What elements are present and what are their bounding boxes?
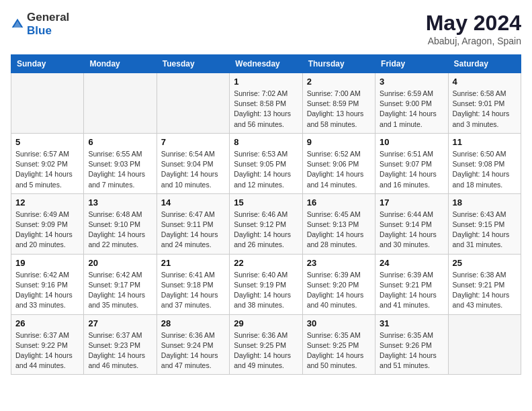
weekday-header: Sunday — [11, 55, 84, 73]
day-info: Sunrise: 6:55 AMSunset: 9:03 PMDaylight:… — [88, 149, 152, 190]
day-number: 6 — [88, 137, 152, 147]
calendar-table: SundayMondayTuesdayWednesdayThursdayFrid… — [11, 54, 521, 375]
day-number: 19 — [15, 258, 79, 268]
day-info: Sunrise: 6:48 AMSunset: 9:10 PMDaylight:… — [88, 210, 152, 250]
day-info: Sunrise: 6:54 AMSunset: 9:04 PMDaylight:… — [161, 149, 225, 190]
day-number: 17 — [380, 197, 443, 208]
calendar-cell: 20Sunrise: 6:42 AMSunset: 9:17 PMDayligh… — [84, 254, 157, 314]
calendar-cell: 7Sunrise: 6:54 AMSunset: 9:04 PMDaylight… — [157, 133, 229, 193]
logo-icon — [11, 17, 24, 31]
day-number: 28 — [161, 318, 225, 328]
day-info: Sunrise: 6:36 AMSunset: 9:24 PMDaylight:… — [161, 330, 225, 371]
day-info: Sunrise: 6:52 AMSunset: 9:06 PMDaylight:… — [307, 149, 371, 190]
calendar-cell — [157, 73, 229, 134]
day-info: Sunrise: 6:47 AMSunset: 9:11 PMDaylight:… — [161, 210, 225, 250]
day-number: 5 — [15, 137, 79, 147]
day-info: Sunrise: 6:43 AMSunset: 9:15 PMDaylight:… — [453, 210, 517, 250]
day-number: 4 — [453, 77, 517, 87]
day-info: Sunrise: 6:42 AMSunset: 9:16 PMDaylight:… — [15, 270, 79, 311]
week-row: 26Sunrise: 6:37 AMSunset: 9:22 PMDayligh… — [11, 314, 521, 375]
calendar-cell: 12Sunrise: 6:49 AMSunset: 9:09 PMDayligh… — [11, 193, 84, 254]
calendar-cell: 8Sunrise: 6:53 AMSunset: 9:05 PMDaylight… — [230, 133, 302, 193]
weekday-header-row: SundayMondayTuesdayWednesdayThursdayFrid… — [11, 55, 521, 73]
day-number: 20 — [88, 258, 152, 268]
calendar-cell: 26Sunrise: 6:37 AMSunset: 9:22 PMDayligh… — [11, 314, 84, 375]
day-number: 18 — [453, 197, 517, 208]
logo-general: General — [27, 11, 69, 24]
day-info: Sunrise: 6:42 AMSunset: 9:17 PMDaylight:… — [88, 270, 152, 311]
day-info: Sunrise: 6:59 AMSunset: 9:00 PMDaylight:… — [380, 89, 443, 130]
calendar-cell: 24Sunrise: 6:39 AMSunset: 9:21 PMDayligh… — [375, 254, 448, 314]
day-info: Sunrise: 6:39 AMSunset: 9:20 PMDaylight:… — [307, 270, 371, 311]
calendar-cell: 25Sunrise: 6:38 AMSunset: 9:21 PMDayligh… — [448, 254, 521, 314]
day-info: Sunrise: 6:44 AMSunset: 9:14 PMDaylight:… — [380, 210, 443, 250]
calendar-cell — [448, 314, 521, 375]
calendar-cell: 9Sunrise: 6:52 AMSunset: 9:06 PMDaylight… — [302, 133, 375, 193]
day-number: 7 — [161, 137, 225, 147]
day-info: Sunrise: 6:36 AMSunset: 9:25 PMDaylight:… — [234, 330, 298, 371]
calendar-cell: 31Sunrise: 6:35 AMSunset: 9:26 PMDayligh… — [375, 314, 448, 375]
week-row: 5Sunrise: 6:57 AMSunset: 9:02 PMDaylight… — [11, 133, 521, 193]
day-info: Sunrise: 6:57 AMSunset: 9:02 PMDaylight:… — [15, 149, 79, 190]
calendar-cell: 6Sunrise: 6:55 AMSunset: 9:03 PMDaylight… — [84, 133, 157, 193]
weekday-header: Wednesday — [230, 55, 302, 73]
calendar-cell: 22Sunrise: 6:40 AMSunset: 9:19 PMDayligh… — [230, 254, 302, 314]
day-number: 12 — [15, 197, 79, 208]
calendar-cell: 27Sunrise: 6:37 AMSunset: 9:23 PMDayligh… — [84, 314, 157, 375]
calendar-cell: 23Sunrise: 6:39 AMSunset: 9:20 PMDayligh… — [302, 254, 375, 314]
day-number: 26 — [15, 318, 79, 328]
location-subtitle: Ababuj, Aragon, Spain — [426, 36, 521, 46]
calendar-cell: 15Sunrise: 6:46 AMSunset: 9:12 PMDayligh… — [230, 193, 302, 254]
day-number: 23 — [307, 258, 371, 268]
calendar-cell: 16Sunrise: 6:45 AMSunset: 9:13 PMDayligh… — [302, 193, 375, 254]
day-number: 27 — [88, 318, 152, 328]
day-info: Sunrise: 6:46 AMSunset: 9:12 PMDaylight:… — [234, 210, 298, 250]
day-info: Sunrise: 6:50 AMSunset: 9:08 PMDaylight:… — [453, 149, 517, 190]
day-number: 9 — [307, 137, 371, 147]
title-section: May 2024 Ababuj, Aragon, Spain — [426, 11, 521, 46]
weekday-header: Monday — [84, 55, 157, 73]
calendar-cell: 11Sunrise: 6:50 AMSunset: 9:08 PMDayligh… — [448, 133, 521, 193]
calendar-cell: 14Sunrise: 6:47 AMSunset: 9:11 PMDayligh… — [157, 193, 229, 254]
calendar-cell: 1Sunrise: 7:02 AMSunset: 8:58 PMDaylight… — [230, 73, 302, 134]
day-number: 25 — [453, 258, 517, 268]
day-number: 30 — [307, 318, 371, 328]
day-info: Sunrise: 6:35 AMSunset: 9:26 PMDaylight:… — [380, 330, 443, 371]
day-info: Sunrise: 6:38 AMSunset: 9:21 PMDaylight:… — [453, 270, 517, 311]
day-number: 14 — [161, 197, 225, 208]
calendar-cell: 29Sunrise: 6:36 AMSunset: 9:25 PMDayligh… — [230, 314, 302, 375]
day-number: 11 — [453, 137, 517, 147]
calendar-cell: 30Sunrise: 6:35 AMSunset: 9:25 PMDayligh… — [302, 314, 375, 375]
day-info: Sunrise: 6:35 AMSunset: 9:25 PMDaylight:… — [307, 330, 371, 371]
day-info: Sunrise: 6:40 AMSunset: 9:19 PMDaylight:… — [234, 270, 298, 311]
logo-blue: Blue — [27, 24, 52, 37]
weekday-header: Friday — [375, 55, 448, 73]
calendar-cell: 17Sunrise: 6:44 AMSunset: 9:14 PMDayligh… — [375, 193, 448, 254]
day-info: Sunrise: 6:39 AMSunset: 9:21 PMDaylight:… — [380, 270, 443, 311]
day-info: Sunrise: 6:51 AMSunset: 9:07 PMDaylight:… — [380, 149, 443, 190]
day-info: Sunrise: 6:53 AMSunset: 9:05 PMDaylight:… — [234, 149, 298, 190]
calendar-cell: 4Sunrise: 6:58 AMSunset: 9:01 PMDaylight… — [448, 73, 521, 134]
calendar-cell: 5Sunrise: 6:57 AMSunset: 9:02 PMDaylight… — [11, 133, 84, 193]
calendar-cell — [84, 73, 157, 134]
month-title: May 2024 — [426, 11, 521, 36]
day-number: 13 — [88, 197, 152, 208]
day-number: 1 — [234, 77, 298, 87]
day-info: Sunrise: 6:49 AMSunset: 9:09 PMDaylight:… — [15, 210, 79, 250]
week-row: 12Sunrise: 6:49 AMSunset: 9:09 PMDayligh… — [11, 193, 521, 254]
day-number: 31 — [380, 318, 443, 328]
weekday-header: Tuesday — [157, 55, 229, 73]
calendar-cell: 28Sunrise: 6:36 AMSunset: 9:24 PMDayligh… — [157, 314, 229, 375]
day-info: Sunrise: 6:37 AMSunset: 9:22 PMDaylight:… — [15, 330, 79, 371]
logo: General Blue — [11, 11, 69, 38]
day-number: 29 — [234, 318, 298, 328]
day-number: 16 — [307, 197, 371, 208]
day-number: 15 — [234, 197, 298, 208]
calendar-cell: 2Sunrise: 7:00 AMSunset: 8:59 PMDaylight… — [302, 73, 375, 134]
day-number: 24 — [380, 258, 443, 268]
calendar-cell — [11, 73, 84, 134]
week-row: 19Sunrise: 6:42 AMSunset: 9:16 PMDayligh… — [11, 254, 521, 314]
day-info: Sunrise: 7:00 AMSunset: 8:59 PMDaylight:… — [307, 89, 371, 130]
day-number: 22 — [234, 258, 298, 268]
day-info: Sunrise: 7:02 AMSunset: 8:58 PMDaylight:… — [234, 89, 298, 130]
